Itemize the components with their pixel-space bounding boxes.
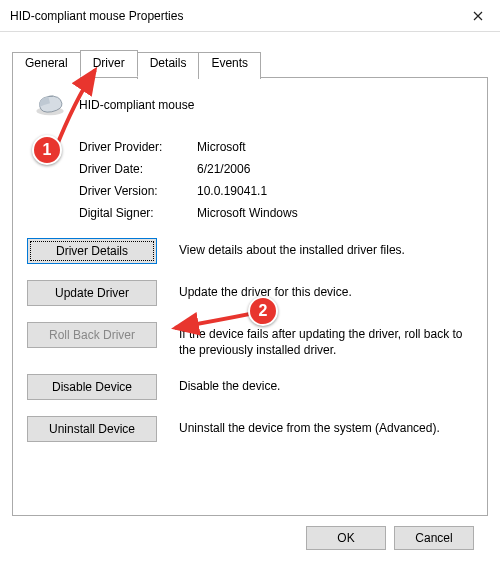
dialog-content: General Driver Details Events HID-compli…: [0, 32, 500, 550]
driver-details-desc: View details about the installed driver …: [179, 238, 473, 258]
version-value: 10.0.19041.1: [197, 184, 267, 198]
version-label: Driver Version:: [79, 184, 197, 198]
annotation-badge-2: 2: [248, 296, 278, 326]
tab-events[interactable]: Events: [198, 52, 261, 79]
cancel-button[interactable]: Cancel: [394, 526, 474, 550]
signer-value: Microsoft Windows: [197, 206, 298, 220]
tab-strip: General Driver Details Events: [12, 50, 488, 78]
disable-device-desc: Disable the device.: [179, 374, 473, 394]
tab-driver[interactable]: Driver: [80, 50, 138, 77]
tab-panel-driver: HID-compliant mouse Driver Provider: Mic…: [12, 78, 488, 516]
annotation-badge-1: 1: [32, 135, 62, 165]
driver-details-button[interactable]: Driver Details: [27, 238, 157, 264]
mouse-icon: [33, 92, 67, 118]
signer-label: Digital Signer:: [79, 206, 197, 220]
tab-details[interactable]: Details: [137, 52, 200, 79]
close-icon: [473, 11, 483, 21]
device-header: HID-compliant mouse: [33, 92, 473, 118]
update-driver-button[interactable]: Update Driver: [27, 280, 157, 306]
window-title: HID-compliant mouse Properties: [10, 9, 183, 23]
device-name: HID-compliant mouse: [79, 98, 194, 112]
driver-info: Driver Provider: Microsoft Driver Date: …: [79, 140, 473, 220]
update-driver-desc: Update the driver for this device.: [179, 280, 473, 300]
dialog-footer: OK Cancel: [12, 516, 488, 550]
date-label: Driver Date:: [79, 162, 197, 176]
uninstall-device-desc: Uninstall the device from the system (Ad…: [179, 416, 473, 436]
provider-label: Driver Provider:: [79, 140, 197, 154]
titlebar: HID-compliant mouse Properties: [0, 0, 500, 32]
roll-back-driver-button: Roll Back Driver: [27, 322, 157, 348]
provider-value: Microsoft: [197, 140, 246, 154]
ok-button[interactable]: OK: [306, 526, 386, 550]
tab-general[interactable]: General: [12, 52, 81, 79]
date-value: 6/21/2006: [197, 162, 250, 176]
close-button[interactable]: [455, 0, 500, 32]
roll-back-driver-desc: If the device fails after updating the d…: [179, 322, 473, 358]
disable-device-button[interactable]: Disable Device: [27, 374, 157, 400]
uninstall-device-button[interactable]: Uninstall Device: [27, 416, 157, 442]
